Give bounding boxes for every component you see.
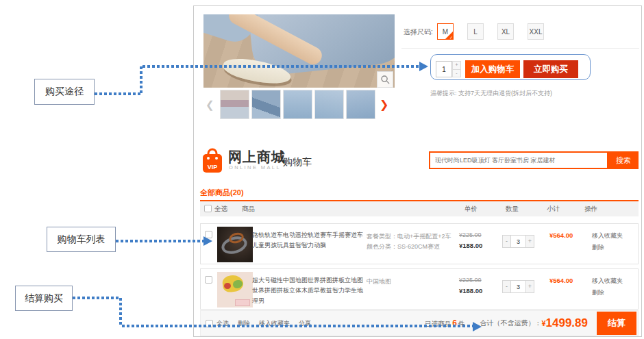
image-zoom-button[interactable] <box>377 71 393 88</box>
connector-line <box>95 92 141 95</box>
delete-item-link[interactable]: 删除 <box>592 288 604 297</box>
cart-item-row: 超大号磁性中国地图世界拼图拼板立地图世界拼图拼板立体木质早教益智力学生地理男 中… <box>200 268 639 310</box>
item-price: ¥188.00 <box>459 287 482 294</box>
shop-page-panel: ❮ ❯ 选择尺码: M L XL XXL + - 加入购物车 立即购买 温馨提示… <box>193 5 642 337</box>
delete-item-link[interactable]: 删除 <box>592 243 604 252</box>
item-image-china-map[interactable] <box>217 272 253 307</box>
search-button[interactable]: 搜索 <box>608 151 639 169</box>
item-subtotal: ¥564.00 <box>549 277 573 284</box>
header-quantity: 数量 <box>506 205 519 214</box>
header-product: 商品 <box>242 205 255 214</box>
search-bar: 搜索 <box>429 151 639 169</box>
item-quantity-stepper: - + <box>502 280 534 293</box>
qty-input[interactable] <box>511 280 525 293</box>
callout-purchase-path: 购买途径 <box>34 79 95 105</box>
header-select-all: 全选 <box>214 205 227 214</box>
item-specs: 中国地图 <box>367 277 458 287</box>
qty-decrease-button[interactable]: - <box>502 235 511 248</box>
callout-checkout-label: 结算购买 <box>25 292 63 305</box>
thumbnail-4[interactable] <box>314 90 344 119</box>
item-old-price: ¥225.00 <box>459 231 482 238</box>
cart-footer-bar: 全选 删除 移入收藏夹 分享 已选商品6件 合计（不含运费）： ¥ 1499.8… <box>200 310 639 336</box>
item-old-price: ¥225.00 <box>459 277 482 284</box>
cart-section-title: 全部商品(20) <box>200 188 244 198</box>
connector-line <box>122 325 473 327</box>
connector-line <box>116 240 203 242</box>
divider <box>401 48 639 49</box>
item-spec-line: 颜色分类：SS-620CM赛道 <box>367 242 458 252</box>
item-subtotal: ¥564.00 <box>549 231 573 239</box>
qty-input[interactable] <box>511 235 525 248</box>
callout-cart-list-label: 购物车列表 <box>58 234 106 246</box>
size-option-xl[interactable]: XL <box>497 23 514 40</box>
move-to-favorites-link[interactable]: 移入收藏夹 <box>592 231 623 240</box>
size-option-l[interactable]: L <box>467 23 484 40</box>
arrow-icon <box>419 62 428 71</box>
quantity-input[interactable] <box>436 61 452 77</box>
add-to-cart-button[interactable]: 加入购物车 <box>465 60 520 78</box>
size-option-m[interactable]: M <box>437 23 454 40</box>
thumbnail-1[interactable] <box>220 90 249 119</box>
connector-line <box>140 66 143 95</box>
connector-line <box>73 297 121 299</box>
item-spec-line: 套餐类型：电动+手摇配置+2车 <box>367 231 458 242</box>
screenshot-stage: 购买途径 购物车列表 结算购买 ❮ ❯ <box>0 0 644 339</box>
connector-line <box>119 298 122 326</box>
search-input[interactable] <box>429 151 608 169</box>
return-policy-tip: 温馨提示: 支持7天无理由退货(拆封后不支持) <box>430 89 552 98</box>
header-subtotal: 小计 <box>547 205 560 214</box>
qty-increase-button[interactable]: + <box>525 280 534 293</box>
item-checkbox[interactable] <box>205 276 212 284</box>
size-select-label: 选择尺码: <box>404 27 433 37</box>
item-specs: 套餐类型：电动+手摇配置+2车 颜色分类：SS-620CM赛道 <box>367 231 458 252</box>
mall-logo-bag-icon: VIP <box>201 146 223 173</box>
callout-cart-list: 购物车列表 <box>47 227 116 252</box>
arrow-icon <box>203 236 212 246</box>
mall-subtitle: ONLINE MALL <box>229 164 281 171</box>
item-price: ¥188.00 <box>459 242 482 249</box>
thumbnail-2[interactable] <box>251 90 281 119</box>
item-image-race-track[interactable] <box>217 227 253 262</box>
arrow-icon <box>473 322 482 331</box>
callout-purchase-path-label: 购买途径 <box>45 86 84 98</box>
qty-decrease-button[interactable]: - <box>502 280 511 293</box>
buy-now-button[interactable]: 立即购买 <box>523 60 578 78</box>
item-title[interactable]: 超大号磁性中国地图世界拼图拼板立地图世界拼图拼板立体木质早教益智力学生地理男 <box>252 275 367 306</box>
item-spec-line: 中国地图 <box>367 277 458 287</box>
page-title: 购物车 <box>283 156 312 168</box>
item-title[interactable]: 路轨轨道车电动遥控轨道赛车手摇赛道车儿童男孩玩具益智智力动脑 <box>252 230 367 251</box>
qty-increase-button[interactable]: + <box>525 235 534 248</box>
header-unit-price: 单价 <box>465 205 478 214</box>
thumbnail-3[interactable] <box>283 90 312 119</box>
mall-name: 网上商城 <box>228 148 286 166</box>
total-amount: 1499.89 <box>546 316 588 330</box>
product-main-image[interactable] <box>203 14 395 88</box>
quantity-increase-button[interactable]: + <box>452 61 461 70</box>
size-option-xxl[interactable]: XXL <box>528 23 544 40</box>
carousel-prev-icon[interactable]: ❮ <box>206 99 214 111</box>
cart-item-row: 路轨轨道车电动遥控轨道赛车手摇赛道车儿童男孩玩具益智智力动脑 套餐类型：电动+手… <box>200 223 639 264</box>
callout-checkout: 结算购买 <box>15 286 73 311</box>
header-action: 操作 <box>584 205 597 214</box>
cart-table-header: 全选 商品 单价 数量 小计 操作 <box>200 201 639 216</box>
move-to-favorites-link[interactable]: 移入收藏夹 <box>592 277 623 286</box>
connector-line <box>143 65 419 68</box>
select-all-checkbox[interactable] <box>204 205 212 212</box>
item-quantity-stepper: - + <box>502 235 534 248</box>
vip-badge: VIP <box>208 164 218 171</box>
magnifier-icon <box>380 75 391 85</box>
carousel-next-icon[interactable]: ❯ <box>380 98 388 111</box>
thumbnail-5[interactable] <box>346 90 375 119</box>
quantity-decrease-button[interactable]: - <box>452 70 461 78</box>
total-label: 合计（不含运费）： <box>480 318 541 328</box>
quantity-stepper: + - <box>452 61 461 77</box>
checkout-button[interactable]: 结算 <box>597 312 636 335</box>
